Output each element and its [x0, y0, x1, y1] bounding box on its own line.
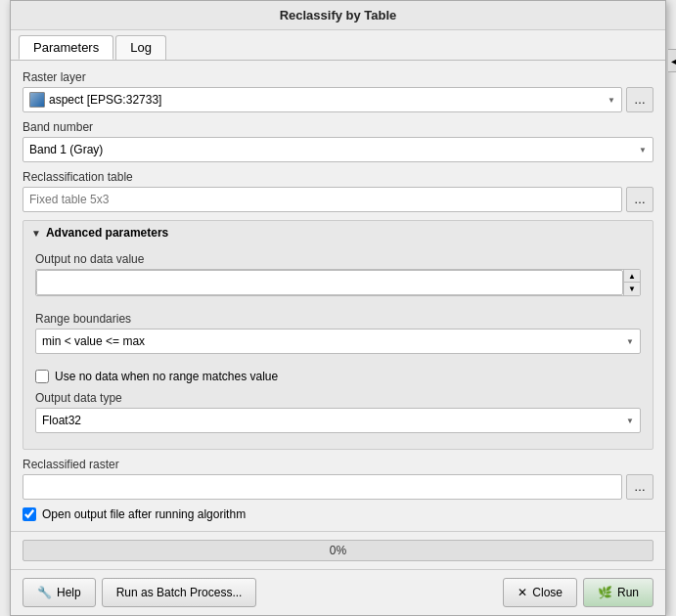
raster-layer-value: aspect [EPSG:32733]	[49, 93, 161, 107]
reclassified-raster-input[interactable]: /home/matteo/exercise_data/exercise_data…	[23, 474, 622, 500]
range-boundaries-group: Range boundaries min < value <= max	[35, 312, 641, 354]
open-output-label: Open output file after running algorithm	[42, 507, 246, 521]
help-icon: 🔧	[37, 586, 52, 599]
output-no-data-spinbox: -9999.000000 ▲ ▼	[35, 269, 641, 296]
footer-right: ✕ Close 🌿 Run	[503, 578, 653, 607]
reclassification-table-label: Reclassification table	[23, 170, 653, 184]
collapse-arrow-icon: ▼	[31, 228, 41, 239]
footer: 🔧 Help Run as Batch Process... ✕ Close 🌿…	[11, 569, 665, 615]
progress-area: 0%	[11, 531, 665, 569]
progress-bar-container: 0%	[23, 540, 653, 561]
output-data-type-group: Output data type Float32	[35, 391, 641, 433]
advanced-header[interactable]: ▼ Advanced parameters	[23, 221, 653, 244]
spinbox-down-button[interactable]: ▼	[624, 283, 640, 295]
raster-layer-row: aspect [EPSG:32733] …	[23, 87, 653, 112]
raster-layer-browse-button[interactable]: …	[626, 87, 653, 112]
reclassification-table-input[interactable]	[23, 187, 622, 212]
reclassification-table-browse-button[interactable]: …	[626, 187, 653, 212]
run-icon: 🌿	[598, 586, 612, 599]
raster-layer-select[interactable]: aspect [EPSG:32733]	[23, 87, 622, 112]
output-data-type-label: Output data type	[35, 391, 641, 405]
advanced-section: ▼ Advanced parameters Output no data val…	[23, 220, 653, 450]
reclassification-table-row: …	[23, 187, 653, 212]
spinbox-buttons: ▲ ▼	[623, 270, 640, 295]
reclassified-raster-row: /home/matteo/exercise_data/exercise_data…	[23, 474, 653, 500]
tab-log[interactable]: Log	[115, 35, 166, 60]
reclassification-table-group: Reclassification table …	[23, 170, 653, 212]
use-no-data-label: Use no data when no range matches value	[55, 370, 278, 383]
raster-layer-label: Raster layer	[23, 70, 653, 84]
tab-bar: Parameters Log	[11, 30, 665, 61]
dialog-title: Reclassify by Table	[280, 8, 397, 22]
run-button[interactable]: 🌿 Run	[583, 578, 653, 607]
output-data-type-select[interactable]: Float32	[35, 408, 641, 433]
raster-layer-icon	[29, 92, 45, 108]
advanced-body: Output no data value -9999.000000 ▲ ▼ Ra…	[23, 244, 653, 449]
band-number-label: Band number	[23, 120, 653, 134]
raster-layer-group: Raster layer aspect [EPSG:32733] …	[23, 70, 653, 112]
output-no-data-input[interactable]: -9999.000000	[36, 270, 623, 295]
help-button[interactable]: 🔧 Help	[23, 578, 96, 607]
advanced-title: Advanced parameters	[46, 226, 168, 240]
tab-parameters[interactable]: Parameters	[19, 35, 113, 60]
open-output-row: Open output file after running algorithm	[23, 507, 653, 521]
band-number-row: Band 1 (Gray)	[23, 137, 653, 162]
range-boundaries-value: min < value <= max	[42, 334, 145, 348]
use-no-data-row: Use no data when no range matches value	[35, 370, 641, 383]
output-no-data-group: Output no data value -9999.000000 ▲ ▼	[35, 252, 641, 296]
reclassified-raster-label: Reclassified raster	[23, 458, 653, 471]
footer-left: 🔧 Help Run as Batch Process...	[23, 578, 256, 607]
output-data-type-value: Float32	[42, 414, 81, 427]
range-boundaries-label: Range boundaries	[35, 312, 641, 326]
band-number-value: Band 1 (Gray)	[29, 143, 103, 156]
range-boundaries-select[interactable]: min < value <= max	[35, 329, 641, 354]
spinbox-up-button[interactable]: ▲	[624, 270, 640, 283]
batch-process-button[interactable]: Run as Batch Process...	[102, 578, 257, 607]
band-number-select[interactable]: Band 1 (Gray)	[23, 137, 653, 162]
open-output-checkbox[interactable]	[23, 507, 36, 521]
output-no-data-label: Output no data value	[35, 252, 641, 266]
reclassified-raster-group: Reclassified raster /home/matteo/exercis…	[23, 458, 653, 500]
parameters-panel: Raster layer aspect [EPSG:32733] … Band …	[11, 61, 665, 531]
title-bar: Reclassify by Table	[11, 1, 665, 30]
close-button[interactable]: ✕ Close	[503, 578, 577, 607]
side-panel-toggle[interactable]: ◀	[668, 49, 676, 72]
use-no-data-checkbox[interactable]	[35, 370, 49, 383]
band-number-group: Band number Band 1 (Gray)	[23, 120, 653, 162]
reclassified-raster-browse-button[interactable]: …	[626, 474, 653, 500]
main-dialog: Reclassify by Table Parameters Log Raste…	[10, 0, 666, 616]
progress-label: 0%	[330, 544, 346, 557]
close-icon: ✕	[518, 586, 527, 599]
